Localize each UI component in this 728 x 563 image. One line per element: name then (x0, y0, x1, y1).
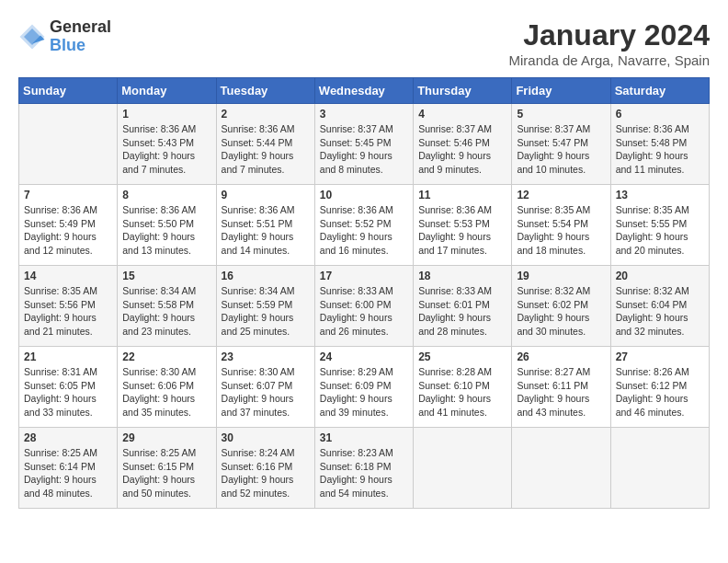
calendar-cell: 4Sunrise: 8:37 AMSunset: 5:46 PMDaylight… (414, 104, 512, 185)
day-info: Sunrise: 8:37 AMSunset: 5:45 PMDaylight:… (320, 122, 408, 177)
day-info: Sunrise: 8:26 AMSunset: 6:12 PMDaylight:… (616, 365, 704, 419)
day-number: 21 (24, 350, 112, 363)
header-thursday: Thursday (414, 78, 512, 104)
day-number: 8 (122, 189, 210, 201)
day-number: 25 (418, 350, 506, 363)
day-number: 29 (122, 431, 210, 444)
calendar-cell: 12Sunrise: 8:35 AMSunset: 5:54 PMDayligh… (512, 185, 610, 266)
day-info: Sunrise: 8:37 AMSunset: 5:46 PMDaylight:… (418, 122, 506, 177)
title-block: January 2024 Miranda de Arga, Navarre, S… (509, 18, 710, 68)
week-row-4: 21Sunrise: 8:31 AMSunset: 6:05 PMDayligh… (19, 347, 710, 428)
calendar-cell: 21Sunrise: 8:31 AMSunset: 6:05 PMDayligh… (19, 347, 118, 428)
day-info: Sunrise: 8:29 AMSunset: 6:09 PMDaylight:… (320, 365, 408, 419)
header-tuesday: Tuesday (216, 78, 314, 104)
page-header: General Blue January 2024 Miranda de Arg… (18, 18, 710, 68)
day-number: 5 (517, 108, 605, 121)
logo-icon (18, 23, 46, 51)
calendar-cell: 25Sunrise: 8:28 AMSunset: 6:10 PMDayligh… (414, 347, 512, 428)
calendar-body: 1Sunrise: 8:36 AMSunset: 5:43 PMDaylight… (19, 104, 710, 509)
day-info: Sunrise: 8:27 AMSunset: 6:11 PMDaylight:… (517, 365, 605, 419)
calendar-cell: 8Sunrise: 8:36 AMSunset: 5:50 PMDaylight… (118, 185, 216, 266)
day-number: 15 (122, 270, 210, 282)
calendar-cell: 30Sunrise: 8:24 AMSunset: 6:16 PMDayligh… (216, 428, 314, 509)
calendar-cell: 1Sunrise: 8:36 AMSunset: 5:43 PMDaylight… (118, 104, 216, 185)
week-row-5: 28Sunrise: 8:25 AMSunset: 6:14 PMDayligh… (19, 428, 710, 509)
calendar-cell: 26Sunrise: 8:27 AMSunset: 6:11 PMDayligh… (512, 347, 610, 428)
week-row-3: 14Sunrise: 8:35 AMSunset: 5:56 PMDayligh… (19, 266, 710, 347)
day-number: 7 (24, 189, 112, 201)
day-number: 20 (616, 270, 704, 282)
calendar-cell: 22Sunrise: 8:30 AMSunset: 6:06 PMDayligh… (118, 347, 216, 428)
day-number: 27 (616, 350, 704, 363)
day-info: Sunrise: 8:25 AMSunset: 6:14 PMDaylight:… (24, 446, 112, 500)
week-row-1: 1Sunrise: 8:36 AMSunset: 5:43 PMDaylight… (19, 104, 710, 185)
day-number: 26 (517, 350, 605, 363)
day-number: 11 (418, 189, 506, 201)
day-info: Sunrise: 8:35 AMSunset: 5:54 PMDaylight:… (517, 203, 605, 258)
day-number: 14 (24, 270, 112, 282)
day-number: 10 (320, 189, 408, 201)
day-number: 23 (222, 350, 310, 363)
calendar-cell: 9Sunrise: 8:36 AMSunset: 5:51 PMDaylight… (216, 185, 314, 266)
calendar-cell (610, 428, 709, 509)
calendar-header: SundayMondayTuesdayWednesdayThursdayFrid… (19, 78, 710, 104)
day-info: Sunrise: 8:33 AMSunset: 6:00 PMDaylight:… (320, 284, 408, 339)
header-monday: Monday (118, 78, 216, 104)
header-friday: Friday (512, 78, 610, 104)
day-number: 6 (616, 108, 704, 121)
day-info: Sunrise: 8:33 AMSunset: 6:01 PMDaylight:… (418, 284, 506, 339)
calendar-cell: 5Sunrise: 8:37 AMSunset: 5:47 PMDaylight… (512, 104, 610, 185)
day-number: 16 (222, 270, 310, 282)
calendar-cell: 29Sunrise: 8:25 AMSunset: 6:15 PMDayligh… (118, 428, 216, 509)
week-row-2: 7Sunrise: 8:36 AMSunset: 5:49 PMDaylight… (19, 185, 710, 266)
logo-blue: Blue (50, 37, 111, 55)
calendar-cell: 16Sunrise: 8:34 AMSunset: 5:59 PMDayligh… (216, 266, 314, 347)
calendar-cell (19, 104, 118, 185)
header-wednesday: Wednesday (314, 78, 413, 104)
calendar-cell: 17Sunrise: 8:33 AMSunset: 6:00 PMDayligh… (314, 266, 413, 347)
day-number: 1 (122, 108, 210, 121)
day-number: 3 (320, 108, 408, 121)
day-number: 31 (320, 431, 408, 444)
day-info: Sunrise: 8:36 AMSunset: 5:48 PMDaylight:… (616, 122, 704, 177)
calendar-cell: 15Sunrise: 8:34 AMSunset: 5:58 PMDayligh… (118, 266, 216, 347)
calendar-cell: 23Sunrise: 8:30 AMSunset: 6:07 PMDayligh… (216, 347, 314, 428)
day-info: Sunrise: 8:28 AMSunset: 6:10 PMDaylight:… (418, 365, 506, 419)
day-info: Sunrise: 8:30 AMSunset: 6:07 PMDaylight:… (222, 365, 310, 419)
day-info: Sunrise: 8:36 AMSunset: 5:52 PMDaylight:… (320, 203, 408, 258)
calendar-cell: 10Sunrise: 8:36 AMSunset: 5:52 PMDayligh… (314, 185, 413, 266)
calendar-cell: 19Sunrise: 8:32 AMSunset: 6:02 PMDayligh… (512, 266, 610, 347)
day-info: Sunrise: 8:36 AMSunset: 5:49 PMDaylight:… (24, 203, 112, 258)
calendar-cell: 28Sunrise: 8:25 AMSunset: 6:14 PMDayligh… (19, 428, 118, 509)
day-info: Sunrise: 8:36 AMSunset: 5:43 PMDaylight:… (122, 122, 210, 177)
day-info: Sunrise: 8:37 AMSunset: 5:47 PMDaylight:… (517, 122, 605, 177)
day-number: 4 (418, 108, 506, 121)
day-number: 12 (517, 189, 605, 201)
calendar-cell: 6Sunrise: 8:36 AMSunset: 5:48 PMDaylight… (610, 104, 709, 185)
header-row: SundayMondayTuesdayWednesdayThursdayFrid… (19, 78, 710, 104)
day-number: 2 (222, 108, 310, 121)
day-number: 18 (418, 270, 506, 282)
calendar-cell: 11Sunrise: 8:36 AMSunset: 5:53 PMDayligh… (414, 185, 512, 266)
day-number: 28 (24, 431, 112, 444)
day-info: Sunrise: 8:30 AMSunset: 6:06 PMDaylight:… (122, 365, 210, 419)
day-info: Sunrise: 8:36 AMSunset: 5:50 PMDaylight:… (122, 203, 210, 258)
day-number: 22 (122, 350, 210, 363)
logo: General Blue (18, 18, 111, 55)
day-number: 24 (320, 350, 408, 363)
calendar-cell: 20Sunrise: 8:32 AMSunset: 6:04 PMDayligh… (610, 266, 709, 347)
day-info: Sunrise: 8:32 AMSunset: 6:02 PMDaylight:… (517, 284, 605, 339)
calendar-cell: 31Sunrise: 8:23 AMSunset: 6:18 PMDayligh… (314, 428, 413, 509)
day-info: Sunrise: 8:34 AMSunset: 5:59 PMDaylight:… (222, 284, 310, 339)
calendar-cell: 27Sunrise: 8:26 AMSunset: 6:12 PMDayligh… (610, 347, 709, 428)
calendar-cell: 13Sunrise: 8:35 AMSunset: 5:55 PMDayligh… (610, 185, 709, 266)
day-info: Sunrise: 8:36 AMSunset: 5:53 PMDaylight:… (418, 203, 506, 258)
day-info: Sunrise: 8:36 AMSunset: 5:51 PMDaylight:… (222, 203, 310, 258)
day-info: Sunrise: 8:23 AMSunset: 6:18 PMDaylight:… (320, 446, 408, 500)
day-info: Sunrise: 8:24 AMSunset: 6:16 PMDaylight:… (222, 446, 310, 500)
day-info: Sunrise: 8:35 AMSunset: 5:56 PMDaylight:… (24, 284, 112, 339)
header-sunday: Sunday (19, 78, 118, 104)
calendar-cell: 18Sunrise: 8:33 AMSunset: 6:01 PMDayligh… (414, 266, 512, 347)
calendar-cell (512, 428, 610, 509)
calendar-table: SundayMondayTuesdayWednesdayThursdayFrid… (18, 77, 710, 509)
